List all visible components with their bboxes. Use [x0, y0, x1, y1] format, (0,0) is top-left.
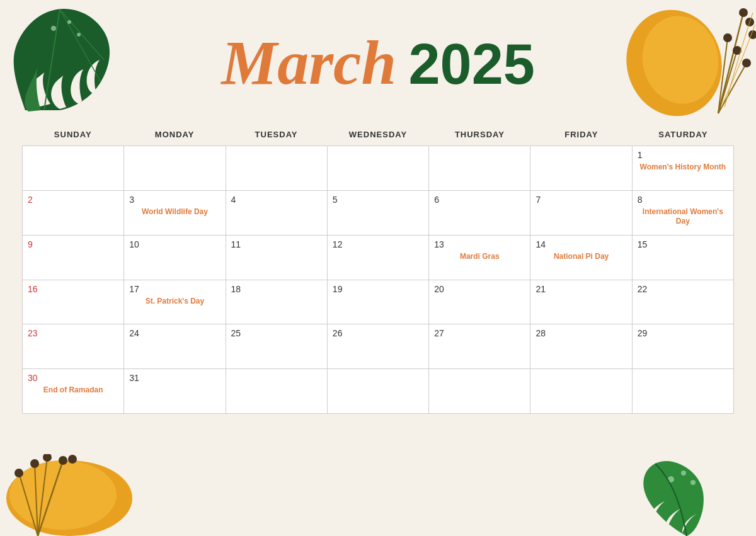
calendar-cell: 31 — [124, 369, 226, 414]
calendar-cell — [530, 369, 632, 414]
calendar-cell: 20 — [429, 280, 530, 325]
cell-date: 11 — [231, 239, 322, 249]
svg-point-14 — [723, 33, 732, 42]
calendar-cell — [429, 369, 530, 414]
calendar-cell: 24 — [124, 324, 226, 369]
top-right-decoration — [617, 0, 756, 117]
svg-point-30 — [681, 470, 686, 476]
svg-point-12 — [739, 8, 748, 17]
calendar-cell: 15 — [633, 236, 734, 280]
cell-date: 3 — [129, 195, 220, 205]
calendar-cell: 27 — [429, 324, 530, 369]
calendar-cell: 3World Wildlife Day — [124, 191, 226, 236]
calendar-cell: 29 — [633, 324, 734, 369]
cell-event: End of Ramadan — [28, 385, 118, 396]
svg-point-26 — [30, 459, 39, 468]
cell-date: 2 — [28, 195, 118, 205]
calendar-cell — [429, 146, 530, 191]
calendar-cell: 2 — [23, 191, 124, 236]
calendar-cell: 5 — [328, 191, 429, 236]
svg-point-4 — [67, 20, 71, 24]
cell-date: 14 — [536, 239, 626, 249]
calendar-cell: 8International Women's Day — [633, 191, 734, 236]
calendar-cell: 13Mardi Gras — [429, 236, 530, 280]
cell-date: 17 — [129, 284, 220, 294]
cell-event: World Wildlife Day — [129, 207, 220, 217]
calendar-cell: 1Women's History Month — [633, 146, 734, 191]
calendar-cell — [328, 146, 429, 191]
calendar-cell: 12 — [328, 236, 429, 280]
calendar-cell: 17St. Patrick's Day — [124, 280, 226, 325]
calendar-cell — [226, 146, 328, 191]
svg-line-8 — [718, 13, 743, 113]
header-thursday: THURSDAY — [429, 126, 530, 143]
calendar-cell: 9 — [23, 236, 124, 280]
calendar-cell — [124, 146, 226, 191]
cell-date: 26 — [333, 328, 423, 338]
cell-date: 18 — [231, 284, 322, 294]
cell-date: 6 — [434, 195, 525, 205]
calendar-cell: 16 — [23, 280, 124, 325]
svg-point-27 — [43, 454, 52, 462]
cell-date: 27 — [434, 328, 525, 338]
cell-date: 15 — [638, 239, 728, 249]
cell-date: 29 — [638, 328, 728, 338]
calendar-cell: 10 — [124, 236, 226, 280]
cell-date: 21 — [536, 284, 626, 294]
calendar-cell: 14National Pi Day — [530, 236, 632, 280]
calendar-cell — [328, 369, 429, 414]
calendar-cell: 18 — [226, 280, 328, 325]
header-wednesday: WEDNESDAY — [327, 126, 428, 143]
calendar-cell — [530, 146, 632, 191]
cell-date: 30 — [28, 373, 118, 383]
cell-date: 4 — [231, 195, 322, 205]
calendar-cell — [633, 369, 734, 414]
svg-point-24 — [59, 456, 67, 465]
month-label: March — [221, 28, 396, 98]
cell-date: 24 — [129, 328, 220, 338]
year-label: 2025 — [409, 33, 535, 96]
cell-date: 5 — [333, 195, 423, 205]
cell-date: 19 — [333, 284, 423, 294]
cell-date: 1 — [638, 150, 728, 160]
cell-date: 22 — [638, 284, 728, 294]
calendar-cell: 26 — [328, 324, 429, 369]
cell-date: 10 — [129, 239, 220, 249]
cell-date: 8 — [638, 195, 728, 205]
calendar-cell: 4 — [226, 191, 328, 236]
cell-date: 31 — [129, 373, 220, 383]
calendar-cell: 22 — [633, 280, 734, 325]
header-title: March 2025 — [221, 31, 535, 94]
calendar-cell: 19 — [328, 280, 429, 325]
bottom-right-decoration — [630, 454, 756, 536]
svg-point-28 — [68, 455, 77, 464]
svg-point-3 — [51, 26, 56, 31]
calendar-cell: 6 — [429, 191, 530, 236]
header-saturday: SATURDAY — [633, 126, 734, 143]
cell-event: St. Patrick's Day — [129, 297, 220, 307]
calendar-cell: 30End of Ramadan — [23, 369, 124, 414]
svg-line-11 — [718, 63, 747, 113]
cell-date: 7 — [536, 195, 626, 205]
cell-date: 12 — [333, 239, 423, 249]
svg-point-31 — [690, 480, 696, 485]
cell-event: Women's History Month — [638, 163, 728, 173]
header-tuesday: TUESDAY — [226, 126, 327, 143]
calendar-cell: 7 — [530, 191, 632, 236]
header-sunday: SUNDAY — [22, 126, 123, 143]
cell-date: 28 — [536, 328, 626, 338]
cell-event: International Women's Day — [638, 207, 728, 227]
calendar-cell: 11 — [226, 236, 328, 280]
cell-date: 20 — [434, 284, 525, 294]
cell-date: 13 — [434, 239, 525, 249]
svg-point-16 — [742, 59, 751, 67]
calendar-cell: 28 — [530, 324, 632, 369]
calendar-cell: 23 — [23, 324, 124, 369]
top-left-decoration — [0, 0, 126, 117]
calendar-cell — [226, 369, 328, 414]
svg-point-25 — [14, 469, 23, 477]
cell-date: 9 — [28, 239, 118, 249]
svg-point-5 — [77, 33, 81, 37]
cell-event: Mardi Gras — [434, 252, 525, 262]
calendar-cell: 21 — [530, 280, 632, 325]
